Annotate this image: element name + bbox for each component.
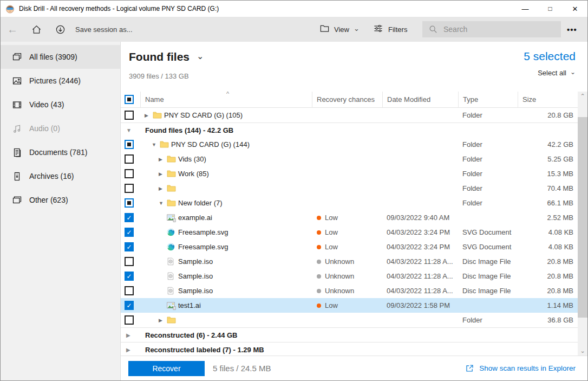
table-row[interactable]: ✓ test1.ai Low 09/03/2022 1:58 PM 1.14 M…: [121, 298, 587, 313]
file-name: Work (85): [178, 170, 209, 178]
save-session-icon[interactable]: [55, 17, 66, 42]
back-icon[interactable]: ←: [7, 17, 18, 42]
table-row[interactable]: ▶ Vids (30) Folder 5.25 GB: [121, 152, 587, 166]
results-table: Name ^ Recovery chances Date Modified Ty…: [121, 92, 587, 356]
expander-icon[interactable]: ▶: [159, 186, 167, 191]
recovery-chance-label: Low: [325, 243, 338, 251]
folder-file-icon: [167, 155, 178, 164]
show-in-explorer-link[interactable]: Show scan results in Explorer: [465, 364, 576, 373]
search-input[interactable]: [442, 24, 553, 34]
iso-file-icon: [167, 287, 178, 295]
expander-icon[interactable]: ▼: [159, 201, 167, 206]
table-row[interactable]: ▶ Folder 36.8 GB: [121, 313, 587, 327]
scroll-down-icon[interactable]: ⌄: [578, 346, 587, 355]
row-checkbox[interactable]: ✓: [125, 228, 134, 237]
row-checkbox[interactable]: [125, 257, 134, 266]
table-row[interactable]: ✓ Freesample.svg Low 04/03/2022 3:24 PM …: [121, 240, 587, 254]
more-options-icon[interactable]: •••: [567, 17, 577, 42]
table-row[interactable]: ▶ Reconstructed (6) - 2.44 GB: [121, 327, 587, 342]
column-header-size[interactable]: Size: [518, 92, 578, 107]
recovery-chance-label: Low: [325, 301, 338, 309]
file-type: SVG Document: [458, 228, 518, 236]
view-button[interactable]: View ⌄: [319, 17, 360, 42]
file-name: Freesample.svg: [178, 228, 228, 236]
sort-ascending-icon: ^: [226, 92, 229, 97]
home-icon[interactable]: [31, 17, 42, 42]
filters-button[interactable]: Filters: [373, 17, 407, 42]
expander-icon[interactable]: ▶: [159, 171, 167, 177]
row-checkbox[interactable]: [125, 154, 134, 164]
table-row[interactable]: ▶ Work (85) Folder 15.3 MB: [121, 166, 587, 181]
row-checkbox[interactable]: [125, 111, 134, 120]
column-header-type[interactable]: Type: [458, 92, 518, 107]
group-expander-icon[interactable]: ▼: [125, 127, 132, 133]
table-row[interactable]: ✓ Sample.iso Unknown 04/03/2022 11:28 A.…: [121, 269, 587, 283]
other-icon: [12, 195, 22, 205]
row-checkbox[interactable]: [125, 286, 134, 295]
column-header-name[interactable]: Name ^: [140, 92, 312, 107]
save-session-button[interactable]: Save session as...: [75, 17, 133, 42]
expander-icon[interactable]: ▶: [159, 318, 167, 323]
svg-file-icon: [167, 243, 178, 251]
sidebar-item-all-files[interactable]: All files (3909): [1, 45, 120, 69]
sidebar-item-video[interactable]: Video (43): [1, 93, 120, 117]
sidebar-item-other[interactable]: Other (623): [1, 188, 120, 212]
ai-file-icon: [167, 301, 178, 310]
table-row[interactable]: Sample.iso Unknown 04/03/2022 11:28 A...…: [121, 283, 587, 298]
row-checkbox[interactable]: ✓: [125, 272, 134, 281]
bottom-bar: Recover 5 files / 24.5 MB Show scan resu…: [121, 356, 587, 380]
expander-icon[interactable]: ▼: [152, 142, 160, 147]
file-size: 4.08 KB: [518, 243, 578, 251]
file-type: Folder: [458, 170, 518, 178]
file-size: 70.4 MB: [518, 184, 578, 192]
chevron-down-icon: ⌄: [570, 68, 576, 76]
vertical-scrollbar[interactable]: ⌃ ⌄: [578, 92, 587, 356]
table-row[interactable]: ▶ PNY SD CARD (G) (105) Folder 20.8 GB: [121, 108, 587, 122]
row-checkbox[interactable]: ✓: [125, 301, 134, 310]
column-header-date-modified[interactable]: Date Modified: [382, 92, 458, 107]
expander-icon[interactable]: ▶: [159, 157, 167, 162]
expander-icon[interactable]: ▶: [145, 113, 153, 118]
row-checkbox[interactable]: [125, 315, 134, 325]
folder-file-icon: [167, 316, 178, 325]
table-row[interactable]: ✓ Freesample.svg Low 04/03/2022 3:24 PM …: [121, 225, 587, 240]
file-name: Sample.iso: [178, 257, 213, 266]
table-row[interactable]: ▶ Reconstructed labeled (7) - 1.29 MB: [121, 342, 587, 356]
filters-icon: [373, 23, 383, 36]
row-checkbox[interactable]: ✓: [125, 242, 134, 251]
sidebar-item-documents[interactable]: Documents (781): [1, 140, 120, 164]
file-name: Reconstructed (6) - 2.44 GB: [145, 331, 238, 339]
table-row[interactable]: ▶ Folder 70.4 MB: [121, 181, 587, 196]
file-size: 2.52 MB: [518, 214, 578, 222]
group-expander-icon[interactable]: ▶: [125, 332, 130, 338]
minimize-icon[interactable]: —: [513, 1, 538, 17]
table-row[interactable]: ✓ example.ai Low 09/03/2022 9:40 AM 2.52…: [121, 210, 587, 225]
column-header-recovery-chances[interactable]: Recovery chances: [312, 92, 382, 107]
search-box[interactable]: [422, 21, 561, 37]
table-row[interactable]: ▼ New folder (7) Folder 66.1 MB: [121, 196, 587, 210]
select-all-checkbox[interactable]: [125, 95, 134, 104]
found-files-dropdown[interactable]: Found files ⌄: [129, 50, 204, 63]
scroll-up-icon[interactable]: ⌃: [578, 92, 587, 100]
row-checkbox[interactable]: ✓: [125, 213, 134, 222]
row-checkbox[interactable]: [125, 184, 134, 193]
close-icon[interactable]: ✕: [563, 1, 587, 17]
table-row[interactable]: ▼ PNY SD CARD (G) (144) Folder 42.2 GB: [121, 137, 587, 152]
table-row[interactable]: ▼ Found files (144) - 42.2 GB: [121, 122, 587, 137]
sidebar-item-audio[interactable]: Audio (0): [1, 117, 120, 140]
group-expander-icon[interactable]: ▶: [125, 347, 130, 353]
row-checkbox[interactable]: [125, 140, 134, 149]
select-all-button[interactable]: Select all ⌄: [538, 69, 576, 77]
table-row[interactable]: Sample.iso Unknown 04/03/2022 11:28 A...…: [121, 254, 587, 269]
maximize-icon[interactable]: □: [538, 1, 563, 17]
selection-summary: 5 files / 24.5 MB: [213, 364, 271, 373]
row-checkbox[interactable]: [125, 198, 134, 208]
scrollbar-thumb[interactable]: [578, 117, 587, 318]
audio-icon: [12, 124, 22, 134]
sidebar-item-archives[interactable]: Archives (16): [1, 164, 120, 188]
recover-button[interactable]: Recover: [128, 361, 205, 376]
ai-file-icon: [167, 214, 178, 222]
row-checkbox[interactable]: [125, 169, 134, 178]
file-size: 20.8 MB: [518, 287, 578, 295]
sidebar-item-pictures[interactable]: Pictures (2446): [1, 69, 120, 93]
